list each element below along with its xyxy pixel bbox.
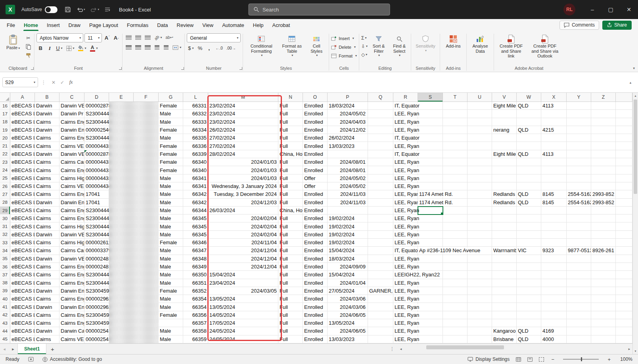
cell-O24[interactable]: Enrolled: [303, 166, 328, 174]
row-header-18[interactable]: 18: [0, 118, 10, 126]
menu-tab-review[interactable]: Review: [172, 19, 198, 31]
scroll-right-icon[interactable]: ▸: [626, 347, 632, 351]
cell-L35[interactable]: 66348: [183, 255, 208, 263]
cell-S38[interactable]: [418, 279, 443, 287]
cell-S24[interactable]: [418, 166, 443, 174]
cell-U20[interactable]: [467, 134, 492, 142]
cell-T26[interactable]: [443, 182, 467, 190]
cell-R19[interactable]: LEE, Ryan: [393, 126, 418, 134]
cell-U22[interactable]: [467, 150, 492, 158]
avatar[interactable]: RL: [563, 4, 575, 15]
cell-Q17[interactable]: [368, 110, 393, 118]
cell-A18[interactable]: eBECAS La: [10, 118, 35, 126]
cell-P16[interactable]: 18/03/2024: [328, 102, 368, 110]
cell-Z17[interactable]: [591, 110, 616, 118]
cell-A37[interactable]: eBECAS La: [10, 271, 35, 279]
cell-T31[interactable]: [443, 222, 467, 230]
cell-G37[interactable]: Male: [159, 271, 183, 279]
row-header-39[interactable]: 39: [0, 287, 10, 295]
cell-P22[interactable]: [328, 150, 368, 158]
cell-Q43[interactable]: [368, 319, 393, 327]
cell-R31[interactable]: LEE, Ryan: [393, 222, 418, 230]
column-header-R[interactable]: R: [393, 93, 418, 102]
cell-O43[interactable]: Enrolled: [303, 319, 328, 327]
scroll-left-icon[interactable]: ◂: [398, 347, 404, 351]
font-name-select[interactable]: Aptos Narrow▾: [36, 33, 83, 42]
row-header-27[interactable]: 27: [0, 190, 10, 198]
cell-AA23[interactable]: [616, 158, 632, 166]
cell-T38[interactable]: [443, 279, 467, 287]
cell-Q25[interactable]: [368, 174, 393, 182]
cell-V43[interactable]: [492, 319, 517, 327]
cell-U45[interactable]: [467, 335, 492, 343]
cell-Q24[interactable]: [368, 166, 393, 174]
cell-G21[interactable]: Female: [159, 142, 183, 150]
cell-O39[interactable]: Enrolled: [303, 287, 328, 295]
cell-C41[interactable]: Darwin En: [59, 303, 84, 311]
cell-Q42[interactable]: [368, 311, 393, 319]
menu-tab-data[interactable]: Data: [153, 19, 172, 31]
cell-V17[interactable]: [492, 110, 517, 118]
cell-Y22[interactable]: [567, 150, 591, 158]
cell-N31[interactable]: Full: [278, 222, 303, 230]
sensitivity-button[interactable]: Sensitivity ▾: [413, 33, 438, 53]
scroll-down-icon[interactable]: ▾: [633, 348, 638, 354]
cell-G31[interactable]: Male: [159, 222, 183, 230]
cell-M38[interactable]: 23/04/2024: [208, 279, 278, 287]
cell-S30[interactable]: [418, 215, 443, 222]
cell-W38[interactable]: [517, 279, 541, 287]
cell-S31[interactable]: [418, 222, 443, 230]
cell-X33[interactable]: [541, 239, 567, 247]
cell-AA27[interactable]: [616, 190, 632, 198]
cell-B25[interactable]: Cairns: [35, 174, 59, 182]
cell-Z19[interactable]: [591, 126, 616, 134]
cell-Y20[interactable]: [567, 134, 591, 142]
cell-W40[interactable]: [517, 295, 541, 303]
cell-AA32[interactable]: [616, 231, 632, 239]
cell-B16[interactable]: Darwin: [35, 102, 59, 110]
cell-C37[interactable]: Cairns Eng: [59, 271, 84, 279]
cell-T17[interactable]: [443, 110, 467, 118]
cell-R30[interactable]: LEE, Ryan: [393, 215, 418, 222]
cell-E23[interactable]: [109, 158, 134, 166]
cell-T45[interactable]: [443, 335, 467, 343]
number-format-select[interactable]: General▾: [187, 33, 241, 42]
cell-S18[interactable]: [418, 118, 443, 126]
cell-AA45[interactable]: [616, 335, 632, 343]
cell-O32[interactable]: Enrolled: [303, 231, 328, 239]
cell-D43[interactable]: S23004591: [84, 319, 109, 327]
cell-S26[interactable]: [418, 182, 443, 190]
cell-U33[interactable]: [467, 239, 492, 247]
cell-P42[interactable]: 2024/06/05: [328, 311, 368, 319]
cell-Y23[interactable]: [567, 158, 591, 166]
cell-styles-button[interactable]: Cell Styles ▾: [306, 33, 327, 58]
cell-X44[interactable]: 4169: [541, 327, 567, 335]
cell-B19[interactable]: Darwin: [35, 126, 59, 134]
cell-M36[interactable]: 2024/12/04: [208, 263, 278, 271]
cell-M30[interactable]: 2024/02/04: [208, 215, 278, 222]
cell-F37[interactable]: [134, 271, 159, 279]
cell-S42[interactable]: [418, 311, 443, 319]
merge-center-button[interactable]: ▾: [171, 43, 182, 52]
cell-AA20[interactable]: [616, 134, 632, 142]
cell-Q27[interactable]: [368, 190, 393, 198]
cell-M44[interactable]: 24/05/2024: [208, 327, 278, 335]
cell-D30[interactable]: S23004441: [84, 215, 109, 222]
cell-B18[interactable]: Cairns: [35, 118, 59, 126]
horizontal-scroll-thumb[interactable]: [426, 345, 504, 349]
cell-N35[interactable]: Full: [278, 255, 303, 263]
cell-M35[interactable]: 2024/12/04: [208, 255, 278, 263]
cell-A17[interactable]: eBECAS La: [10, 110, 35, 118]
cell-G24[interactable]: Female: [159, 166, 183, 174]
cell-B39[interactable]: Darwin: [35, 287, 59, 295]
cell-F24[interactable]: [134, 166, 159, 174]
cell-U32[interactable]: [467, 231, 492, 239]
cell-Q31[interactable]: [368, 222, 393, 230]
cell-U23[interactable]: [467, 158, 492, 166]
column-header-Y[interactable]: Y: [567, 93, 591, 102]
cell-X32[interactable]: [541, 231, 567, 239]
cell-T33[interactable]: [443, 239, 467, 247]
cell-G25[interactable]: Male: [159, 174, 183, 182]
cell-Z39[interactable]: [591, 287, 616, 295]
cell-G34[interactable]: Male: [159, 247, 183, 255]
